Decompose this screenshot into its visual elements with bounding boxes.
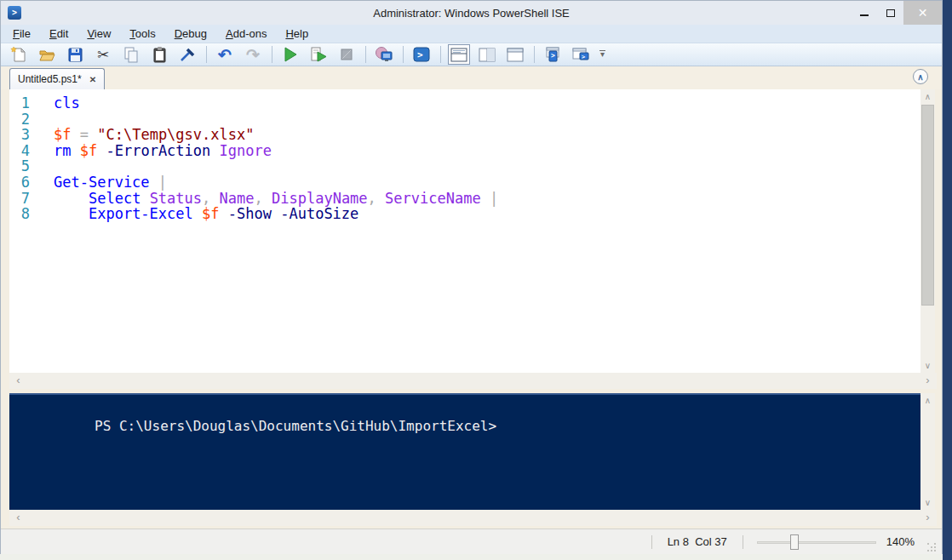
new-script-icon (10, 46, 27, 63)
scroll-right-icon[interactable]: › (920, 373, 935, 389)
scroll-up-icon[interactable]: ∧ (920, 393, 935, 408)
scroll-left-icon[interactable]: ‹ (11, 373, 26, 389)
toolbar-separator (440, 46, 441, 63)
code-line[interactable]: 2 (9, 111, 922, 128)
show-script-pane-right-button[interactable] (476, 44, 498, 65)
open-script-button[interactable] (36, 44, 58, 65)
run-script-icon (282, 46, 299, 63)
content-frame: Untitled5.ps1* ✕ ∧ 1cls23$f = "C:\Temp\g… (1, 66, 942, 529)
cut-button[interactable]: ✂ (92, 44, 114, 65)
toolbar-separator (272, 46, 272, 63)
menu-item-help[interactable]: Help (285, 27, 308, 40)
screen: > Administrator: Windows PowerShell ISE … (0, 0, 952, 560)
cursor-position: Ln 8 Col 37 (668, 535, 727, 548)
toolbar-separator (365, 46, 366, 63)
toolbar-separator (534, 46, 535, 63)
code-text: cls (54, 95, 80, 111)
code-line[interactable]: 7 Select Status, Name, DisplayName, Serv… (9, 191, 922, 207)
collapse-script-pane-button[interactable]: ∧ (913, 69, 928, 84)
copy-button[interactable] (120, 44, 142, 65)
script-editor[interactable]: 1cls23$f = "C:\Temp\gsv.xlsx"4rm $f -Err… (9, 89, 922, 373)
zoom-level: 140% (886, 535, 915, 548)
toolbar-overflow-button[interactable]: ▾ (599, 50, 605, 59)
menu-item-debug[interactable]: Debug (175, 27, 207, 40)
console-pane[interactable]: PS C:\Users\Douglas\Documents\GitHub\Imp… (9, 393, 922, 510)
tab-close-icon[interactable]: ✕ (89, 75, 96, 84)
stop-operation-button[interactable] (335, 44, 358, 65)
new-powershell-tab-alt-button[interactable]: > (570, 44, 592, 65)
copy-icon (123, 46, 140, 63)
menu-item-file[interactable]: File (13, 27, 31, 40)
powershell-tab-icon: > (543, 46, 562, 63)
line-number: 2 (9, 111, 54, 128)
code-line[interactable]: 3$f = "C:\Temp\gsv.xlsx" (9, 127, 922, 143)
code-line[interactable]: 4rm $f -ErrorAction Ignore (9, 143, 922, 159)
clear-console-pane-button[interactable] (176, 44, 198, 65)
save-floppy-icon (66, 46, 83, 63)
cut-icon: ✂ (97, 46, 109, 64)
code-text: Export-Excel $f -Show -AutoSize (54, 206, 358, 222)
scroll-down-icon[interactable]: ∨ (920, 358, 935, 373)
resize-grip[interactable] (926, 542, 938, 554)
menu-item-tools[interactable]: Tools (129, 27, 155, 40)
editor-code: 1cls23$f = "C:\Temp\gsv.xlsx"4rm $f -Err… (9, 95, 922, 222)
scroll-up-icon[interactable]: ∧ (920, 89, 935, 104)
toolbar: ✂ ↶ ↷ (1, 43, 942, 66)
overflow-arrow-icon: ▾ (600, 49, 605, 59)
new-remote-powershell-tab-button[interactable] (373, 44, 395, 65)
script-pane-maximized-icon (507, 48, 524, 62)
scroll-right-icon[interactable]: › (920, 510, 935, 526)
paste-button[interactable] (148, 44, 170, 65)
minimize-icon (860, 14, 869, 16)
undo-icon: ↶ (218, 47, 232, 63)
maximize-button[interactable] (877, 1, 903, 25)
close-button[interactable]: ✕ (903, 1, 942, 25)
save-button[interactable] (64, 44, 86, 65)
code-line[interactable]: 6Get-Service | (9, 174, 922, 191)
new-script-button[interactable] (8, 44, 30, 65)
open-folder-icon (38, 46, 55, 63)
zoom-slider[interactable] (757, 534, 876, 550)
show-script-pane-top-button[interactable] (448, 44, 470, 65)
code-line[interactable]: 8 Export-Excel $f -Show -AutoSize (9, 206, 922, 222)
maximize-icon (886, 9, 895, 17)
console-horizontal-scrollbar[interactable]: ‹ › (9, 510, 937, 526)
zoom-slider-track[interactable] (757, 541, 876, 544)
toolbar-separator (403, 46, 404, 63)
desktop-background (0, 554, 943, 560)
menu-item-addons[interactable]: Add-ons (226, 27, 267, 40)
line-number: 1 (9, 95, 54, 111)
scroll-down-icon[interactable]: ∨ (920, 495, 935, 510)
run-script-button[interactable] (279, 44, 301, 65)
svg-text:>: > (417, 49, 423, 60)
run-selection-button[interactable] (307, 44, 330, 65)
scroll-left-icon[interactable]: ‹ (11, 510, 26, 526)
toolbar-separator (206, 46, 207, 63)
chevron-up-icon: ∧ (917, 72, 923, 82)
redo-button[interactable]: ↷ (242, 44, 264, 65)
undo-button[interactable]: ↶ (214, 44, 236, 65)
editor-horizontal-scrollbar[interactable]: ‹ › (9, 373, 937, 389)
show-script-pane-maximized-button[interactable] (504, 44, 526, 65)
menu-item-edit[interactable]: Edit (49, 27, 68, 40)
line-number: 7 (9, 191, 54, 207)
tab-untitled5[interactable]: Untitled5.ps1* ✕ (9, 68, 105, 89)
scrollbar-thumb[interactable] (921, 105, 934, 306)
line-number: 3 (9, 127, 54, 143)
new-powershell-tab-button[interactable]: > (542, 44, 564, 65)
code-line[interactable]: 5 (9, 158, 922, 174)
menu-item-view[interactable]: View (87, 27, 111, 40)
clear-console-squeegee-icon (179, 46, 196, 63)
code-text: Select Status, Name, DisplayName, Servic… (54, 191, 498, 207)
minimize-button[interactable] (851, 1, 877, 25)
console-vertical-scrollbar[interactable]: ∧ ∨ (920, 393, 935, 510)
zoom-slider-thumb[interactable] (790, 534, 799, 550)
desktop-background (943, 0, 952, 560)
start-powershell-button[interactable]: > (410, 44, 433, 65)
editor-vertical-scrollbar[interactable]: ∧ ∨ (920, 89, 935, 373)
line-number: 4 (9, 143, 54, 159)
code-line[interactable]: 1cls (9, 95, 922, 111)
code-text: rm $f -ErrorAction Ignore (54, 143, 272, 159)
redo-icon: ↷ (246, 47, 260, 63)
tab-label: Untitled5.ps1* (18, 73, 82, 85)
